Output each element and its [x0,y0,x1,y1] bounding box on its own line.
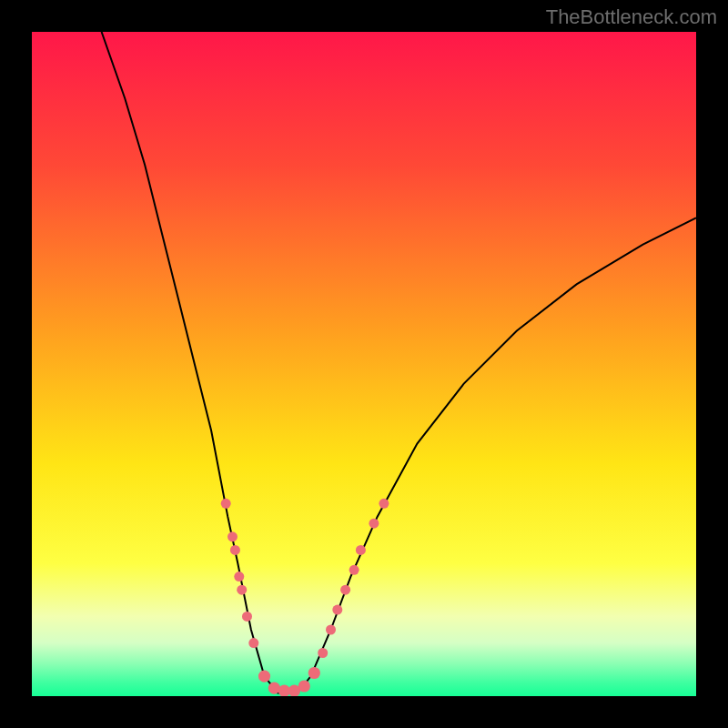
plot-area [32,32,696,696]
data-marker [248,638,258,648]
watermark-text: TheBottleneck.com [546,5,717,29]
data-marker [230,545,240,555]
data-marker [228,531,238,541]
data-marker [308,667,320,679]
bottleneck-curve [102,32,696,693]
data-marker [242,612,252,622]
data-marker [332,605,342,615]
data-marker [318,648,328,658]
data-marker [237,585,247,595]
data-marker [234,571,244,581]
data-marker [258,671,270,682]
data-marker [379,499,389,509]
curve-layer [32,32,696,696]
data-marker [356,545,366,555]
data-marker [298,680,310,692]
data-marker [349,565,359,575]
data-marker [326,625,336,635]
data-marker [221,499,231,509]
data-marker [340,585,350,595]
chart-frame: TheBottleneck.com [0,0,728,728]
data-marker [369,519,379,529]
data-markers [221,499,389,696]
